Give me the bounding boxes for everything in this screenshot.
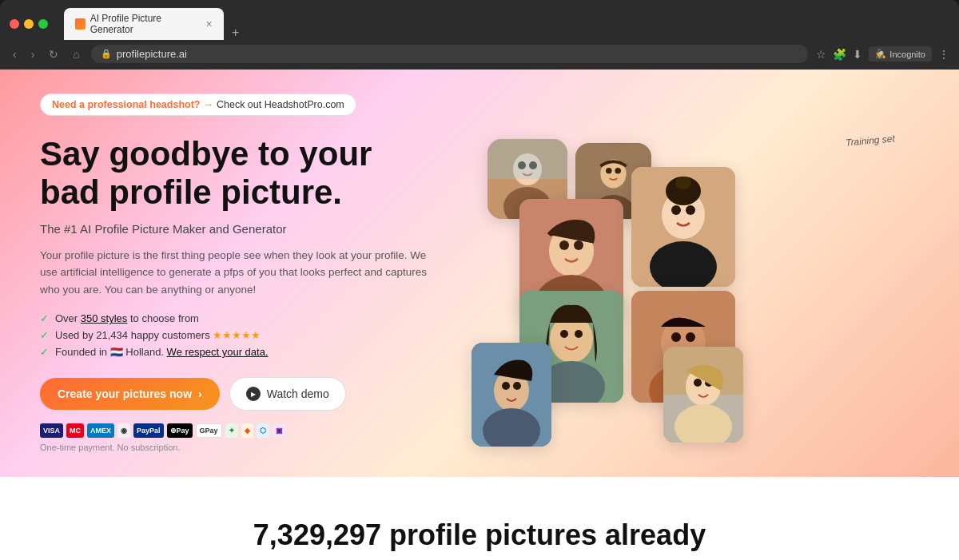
watch-demo-button[interactable]: ▶ Watch demo	[229, 377, 346, 411]
nav-actions: ☆ 🧩 ⬇ 🕵 Incognito ⋮	[816, 46, 949, 62]
feature-text-1: Over 350 styles to choose from	[55, 312, 199, 324]
check-icon-3: ✓	[40, 346, 49, 358]
title-bar: AI Profile Picture Generator ✕ +	[0, 0, 959, 40]
download-icon[interactable]: ⬇	[853, 48, 862, 61]
address-bar[interactable]: 🔒 profilepicture.ai	[91, 45, 809, 63]
other-payment-2: ◈	[241, 423, 253, 438]
bookmark-icon[interactable]: ☆	[816, 48, 826, 61]
check-icon-1: ✓	[40, 312, 49, 324]
images-grid: ↓	[472, 135, 919, 439]
ai-portrait-5	[472, 343, 551, 447]
url-text: profilepicture.ai	[117, 48, 187, 60]
svg-point-22	[675, 177, 691, 189]
banner-highlight-text: Need a professional headshot?	[52, 99, 200, 110]
top-banner[interactable]: Need a professional headshot? → Check ou…	[40, 93, 356, 116]
traffic-lights	[10, 19, 48, 29]
hero-section: Need a professional headshot? → Check ou…	[0, 70, 959, 477]
incognito-badge: 🕵 Incognito	[869, 46, 932, 62]
forward-button[interactable]: ›	[28, 46, 38, 62]
feature-list: ✓ Over 350 styles to choose from ✓ Used …	[40, 312, 440, 358]
svg-point-42	[694, 379, 702, 387]
svg-rect-5	[487, 139, 567, 179]
stats-count-customers: 21,434	[386, 556, 474, 560]
ai-portrait-2	[631, 167, 735, 287]
hero-description: Your profile picture is the first thing …	[40, 247, 440, 299]
feature-text-3: Founded in 🇳🇱 Holland. We respect your d…	[55, 346, 269, 358]
back-button[interactable]: ‹	[10, 46, 20, 62]
discover-icon: ◉	[117, 423, 130, 438]
incognito-icon: 🕵	[875, 49, 886, 59]
styles-link[interactable]: 350 styles	[81, 312, 128, 324]
svg-point-15	[574, 240, 583, 250]
hero-subtitle: The #1 AI Profile Picture Maker and Gene…	[40, 222, 440, 236]
hero-left: Say goodbye to your bad profile picture.…	[40, 135, 440, 452]
feature-item-styles: ✓ Over 350 styles to choose from	[40, 312, 440, 324]
banner-link-text: Check out HeadshotPro.com	[217, 99, 344, 110]
banner-arrow-icon: →	[203, 99, 213, 110]
stats-text-line2: created for	[229, 556, 386, 560]
ai-portrait-6	[663, 347, 743, 443]
svg-point-36	[502, 382, 510, 390]
svg-point-20	[686, 205, 695, 215]
home-button[interactable]: ⌂	[70, 46, 82, 62]
stats-text-end: happy customers!	[482, 556, 730, 560]
maximize-button[interactable]	[38, 19, 48, 29]
svg-point-9	[606, 167, 612, 173]
feature-item-customers: ✓ Used by 21,434 happy customers ★★★★★	[40, 329, 440, 341]
apple-pay-icon: ⊕Pay	[167, 423, 193, 438]
stats-section: 7,329,297 profile pictures already creat…	[0, 477, 959, 560]
feature-item-holland: ✓ Founded in 🇳🇱 Holland. We respect your…	[40, 346, 440, 358]
visa-icon: VISA	[40, 423, 63, 438]
stats-count-main: 7,329,297	[253, 518, 381, 551]
incognito-label: Incognito	[889, 50, 925, 59]
tab-title: AI Profile Picture Generator	[90, 13, 196, 35]
mastercard-icon: MC	[66, 423, 84, 438]
play-icon: ▶	[246, 387, 261, 401]
cta-buttons: Create your pictures now › ▶ Watch demo	[40, 377, 440, 411]
cta-arrow-icon: ›	[198, 387, 202, 400]
menu-icon[interactable]: ⋮	[938, 48, 949, 61]
other-payment-1: ✦	[225, 423, 238, 438]
stats-title: 7,329,297 profile pictures already creat…	[40, 517, 919, 560]
svg-point-31	[671, 332, 681, 342]
svg-point-19	[671, 205, 681, 215]
browser-chrome: AI Profile Picture Generator ✕ + ‹ › ↻ ⌂…	[0, 0, 959, 70]
svg-point-37	[513, 382, 521, 390]
extension-icon[interactable]: 🧩	[833, 48, 846, 61]
svg-point-27	[575, 330, 583, 338]
svg-point-14	[559, 240, 569, 250]
hero-images: Training set	[472, 135, 919, 439]
create-pictures-button[interactable]: Create your pictures now ›	[40, 378, 220, 410]
google-pay-icon: GPay	[196, 423, 222, 438]
paypal-icon: PayPal	[133, 423, 164, 438]
hero-title: Say goodbye to your bad profile picture.	[40, 135, 440, 212]
tab-close-icon[interactable]: ✕	[205, 19, 213, 30]
feature-text-2: Used by 21,434 happy customers ★★★★★	[55, 329, 261, 341]
active-tab[interactable]: AI Profile Picture Generator ✕	[64, 8, 224, 40]
payment-row: VISA MC AMEX ◉ PayPal ⊕Pay GPay ✦ ◈ ⬡ ▣	[40, 423, 440, 438]
privacy-link[interactable]: We respect your data.	[167, 346, 269, 358]
amex-icon: AMEX	[87, 423, 114, 438]
minimize-button[interactable]	[24, 19, 34, 29]
cta-primary-label: Create your pictures now	[58, 387, 192, 400]
other-payment-3: ⬡	[257, 423, 269, 438]
nav-bar: ‹ › ↻ ⌂ 🔒 profilepicture.ai ☆ 🧩 ⬇ 🕵 Inco…	[0, 40, 959, 70]
close-button[interactable]	[10, 19, 19, 29]
hero-layout: Say goodbye to your bad profile picture.…	[40, 135, 919, 452]
refresh-button[interactable]: ↻	[46, 46, 62, 62]
check-icon-2: ✓	[40, 329, 49, 341]
svg-point-26	[560, 330, 568, 338]
payment-note: One-time payment. No subscription.	[40, 443, 440, 452]
svg-point-32	[686, 332, 695, 342]
other-payment-4: ▣	[273, 423, 286, 438]
page-content: Need a professional headshot? → Check ou…	[0, 70, 959, 560]
tab-bar: AI Profile Picture Generator ✕ +	[64, 8, 949, 40]
lock-icon: 🔒	[101, 49, 112, 59]
svg-point-10	[615, 167, 621, 173]
tab-favicon	[75, 18, 86, 30]
stats-text-main: profile pictures already	[389, 518, 706, 551]
cta-secondary-label: Watch demo	[267, 387, 329, 400]
new-tab-button[interactable]: +	[227, 26, 244, 40]
